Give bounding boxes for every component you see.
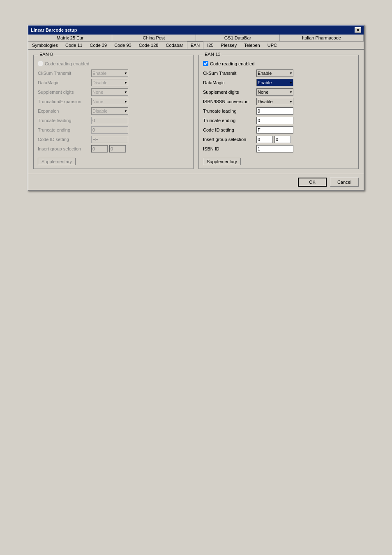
ean13-supplement-select[interactable]: None 2 5 (256, 88, 293, 96)
ean8-datamagic-row: DataMagic Disable Enable (38, 79, 189, 86)
ean8-cksum-label: CkSum Transmit (38, 71, 91, 76)
ean8-truncate-leading-input[interactable]: 0 (91, 117, 128, 124)
ean13-cksum-row: CkSum Transmit Enable Disable (203, 69, 354, 77)
tab-plessey[interactable]: Plessey (217, 42, 241, 49)
ok-button[interactable]: OK (298, 178, 327, 187)
tab-upc[interactable]: UPC (264, 42, 281, 49)
ean13-isbn-select[interactable]: Disable Enable (256, 98, 293, 105)
content-area: EAN-8 Code reading enabled CkSum Transmi… (28, 50, 364, 174)
ean13-code-reading-checkbox[interactable] (203, 61, 208, 66)
ean13-supplementary-button[interactable]: Supplementary (203, 158, 241, 165)
ean8-panel: EAN-8 Code reading enabled CkSum Transmi… (33, 55, 194, 169)
ean8-truncate-ending-row: Truncate ending 0 (38, 126, 189, 134)
ean13-panel: EAN-13 Code reading enabled CkSum Transm… (198, 55, 359, 169)
ean13-datamagic-row: DataMagic Enable Disable (203, 79, 354, 86)
tab-code11[interactable]: Code 11 (62, 42, 86, 49)
ean8-truncate-leading-label: Truncate leading (38, 118, 91, 123)
bottom-bar: OK Cancel (28, 174, 364, 190)
ean8-code-reading-label: Code reading enabled (45, 61, 89, 66)
ean8-code-id-row: Code ID setting FF (38, 136, 189, 143)
tab-symbologies[interactable]: Symbologies (28, 42, 62, 49)
panels-container: EAN-8 Code reading enabled CkSum Transmi… (33, 55, 359, 169)
ean13-truncate-leading-label: Truncate leading (203, 109, 256, 113)
ean13-isbn-label: ISBN/ISSN conversion (203, 99, 256, 104)
ean8-content: Code reading enabled CkSum Transmit Enab… (38, 61, 189, 165)
ean8-expansion-select[interactable]: Disable Enable (91, 107, 128, 115)
ean13-isbn-select-wrapper: Disable Enable (256, 98, 293, 105)
ean8-supplement-select[interactable]: None 2 5 (91, 88, 128, 96)
tab-code128[interactable]: Code 128 (135, 42, 162, 49)
ean8-supplement-label: Supplement digits (38, 90, 91, 95)
ean8-truncate-ending-label: Truncate ending (38, 127, 91, 132)
ean13-insert-group-row: Insert group selection (203, 136, 354, 143)
tab-ean[interactable]: EAN (187, 42, 204, 49)
ean13-insert-group-input1[interactable] (256, 136, 273, 143)
ean13-datamagic-select-wrapper: Enable Disable (256, 79, 293, 86)
ean13-isbn-id-input[interactable] (256, 145, 293, 153)
ean8-code-id-input[interactable]: FF (91, 136, 128, 143)
cancel-button[interactable]: Cancel (330, 178, 359, 187)
ean8-insert-group-input2[interactable]: 0 (109, 145, 126, 153)
ean8-expansion-select-wrapper: Disable Enable (91, 107, 128, 115)
ean13-supplement-label: Supplement digits (203, 90, 256, 95)
tab-i25[interactable]: I25 (203, 42, 217, 49)
tab-telepen[interactable]: Telepen (240, 42, 264, 49)
ean8-code-reading-checkbox[interactable] (38, 61, 43, 66)
ean8-datamagic-select[interactable]: Disable Enable (91, 79, 128, 86)
ean8-cksum-row: CkSum Transmit Enable Disable (38, 69, 189, 77)
ean13-truncate-ending-row: Truncate ending (203, 117, 354, 124)
ean8-expansion-label: Expansion (38, 109, 91, 113)
ean13-code-reading-label: Code reading enabled (210, 61, 254, 66)
ean8-datamagic-select-wrapper: Disable Enable (91, 79, 128, 86)
ean8-code-reading-row: Code reading enabled (38, 61, 189, 66)
ean13-truncate-leading-input[interactable] (256, 107, 293, 115)
ean13-insert-group-input2[interactable] (274, 136, 291, 143)
tab-italianpharmacode[interactable]: Italian Pharmacode (280, 35, 364, 41)
ean13-code-id-input[interactable] (256, 126, 293, 134)
ean8-code-id-label: Code ID setting (38, 137, 91, 142)
ean8-group-pair: 0 0 (91, 145, 126, 153)
ean8-cksum-select-wrapper: Enable Disable (91, 69, 128, 77)
tab-code39[interactable]: Code 39 (86, 42, 111, 49)
ean13-datamagic-label: DataMagic (203, 80, 256, 85)
ean8-supplementary-button[interactable]: Supplementary (38, 158, 76, 165)
ean13-supplement-row: Supplement digits None 2 5 (203, 88, 354, 96)
ean8-truncation-select[interactable]: None (91, 98, 128, 105)
ean8-datamagic-label: DataMagic (38, 80, 91, 85)
dialog-title: Linear Barcode setup (31, 28, 77, 32)
ean8-supplement-select-wrapper: None 2 5 (91, 88, 128, 96)
ean13-isbn-id-row: ISBN ID (203, 145, 354, 153)
tab-row-1: Matrix 25 Eur China Post GS1 DataBar Ita… (28, 35, 364, 42)
tab-chinapost[interactable]: China Post (112, 35, 196, 41)
tab-code93[interactable]: Code 93 (111, 42, 135, 49)
ean13-truncate-ending-label: Truncate ending (203, 118, 256, 123)
ean8-insert-group-label: Insert group selection (38, 146, 91, 151)
close-button[interactable]: ✕ (355, 27, 361, 33)
title-bar: Linear Barcode setup ✕ (28, 25, 364, 35)
ean8-truncate-ending-input[interactable]: 0 (91, 126, 128, 134)
ean13-isbn-id-label: ISBN ID (203, 146, 256, 151)
ean13-supplement-select-wrapper: None 2 5 (256, 88, 293, 96)
ean8-insert-group-input1[interactable]: 0 (91, 145, 108, 153)
tab-codabar[interactable]: Codabar (162, 42, 187, 49)
ean8-truncate-leading-row: Truncate leading 0 (38, 117, 189, 124)
ean8-expansion-row: Expansion Disable Enable (38, 107, 189, 115)
tab-matrix25[interactable]: Matrix 25 Eur (28, 35, 112, 41)
ean13-group-pair (256, 136, 291, 143)
ean13-truncate-leading-row: Truncate leading (203, 107, 354, 115)
tab-row-2: Symbologies Code 11 Code 39 Code 93 Code… (28, 42, 364, 50)
tab-gs1databar[interactable]: GS1 DataBar (196, 35, 280, 41)
ean13-isbn-row: ISBN/ISSN conversion Disable Enable (203, 98, 354, 105)
ean13-content: Code reading enabled CkSum Transmit Enab… (203, 61, 354, 165)
ean13-datamagic-select[interactable]: Enable Disable (256, 79, 293, 86)
ean13-code-id-label: Code ID setting (203, 127, 256, 132)
ean13-title: EAN-13 (203, 52, 222, 57)
ean13-cksum-select-wrapper: Enable Disable (256, 69, 293, 77)
ean13-code-id-row: Code ID setting (203, 126, 354, 134)
ean8-supplement-row: Supplement digits None 2 5 (38, 88, 189, 96)
ean13-truncate-ending-input[interactable] (256, 117, 293, 124)
ean8-truncation-select-wrapper: None (91, 98, 128, 105)
ean8-insert-group-row: Insert group selection 0 0 (38, 145, 189, 153)
ean13-cksum-select[interactable]: Enable Disable (256, 69, 293, 77)
ean8-cksum-select[interactable]: Enable Disable (91, 69, 128, 77)
